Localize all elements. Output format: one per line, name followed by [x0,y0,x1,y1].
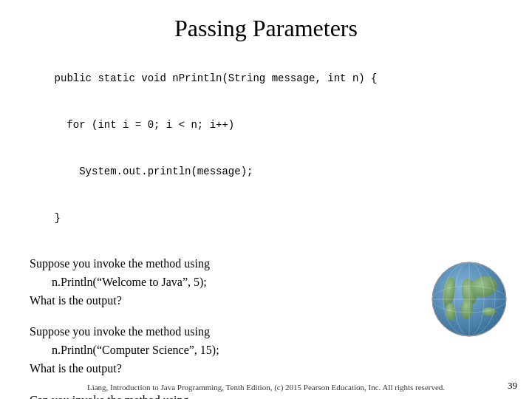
paragraph-2-line1: Suppose you invoke the method using [30,325,210,338]
paragraph-1-line2: n.Println(“Welcome to Java”, 5); [52,276,207,288]
code-line-1: public static void nPrintln(String messa… [55,72,378,84]
slide-container: Passing Parameters public static void nP… [0,0,532,399]
code-line-4: } [55,212,61,224]
paragraph-2-line3: What is the output? [30,362,122,375]
paragraph-1-line1: Suppose you invoke the method using [30,257,210,270]
globe-svg [429,259,510,340]
paragraph-3-line1: Can you invoke the method using [30,394,189,399]
code-line-3: System.out.println(message); [55,166,253,177]
paragraph-2-line2: n.Println(“Computer Science”, 15); [52,344,219,356]
code-line-2: for (int i = 0; i < n; i++) [55,119,235,131]
footer-text: Liang, Introduction to Java Programming,… [0,383,532,392]
code-block: public static void nPrintln(String messa… [30,55,502,242]
globe-illustration [429,259,510,340]
paragraph-1-line3: What is the output? [30,294,122,307]
paragraph-3: Can you invoke the method using n.Printl… [30,392,502,399]
page-number: 39 [508,380,517,392]
slide-title: Passing Parameters [30,15,502,42]
